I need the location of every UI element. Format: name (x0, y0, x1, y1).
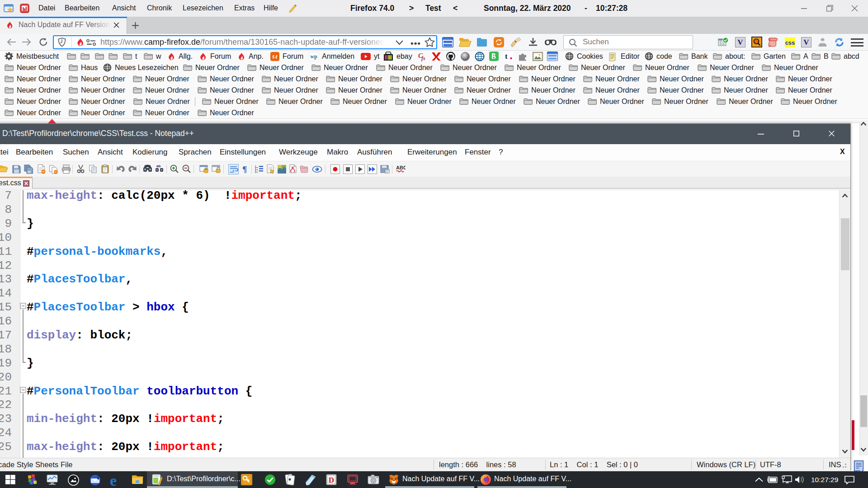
svg-text:css: css (785, 39, 795, 46)
svg-text:fs: fs (421, 55, 425, 61)
svg-text:ab: ab (156, 164, 160, 168)
svg-text:D: D (329, 476, 334, 484)
svg-text:V: V (737, 38, 743, 47)
svg-text:ABC: ABC (396, 165, 406, 170)
svg-text:wp: wp (310, 53, 317, 60)
svg-text:♠: ♠ (288, 476, 291, 482)
svg-text:t: t (505, 52, 508, 61)
svg-text:¶: ¶ (242, 164, 247, 174)
svg-text:V: V (803, 38, 809, 47)
svg-text:f-f: f-f (273, 54, 278, 59)
